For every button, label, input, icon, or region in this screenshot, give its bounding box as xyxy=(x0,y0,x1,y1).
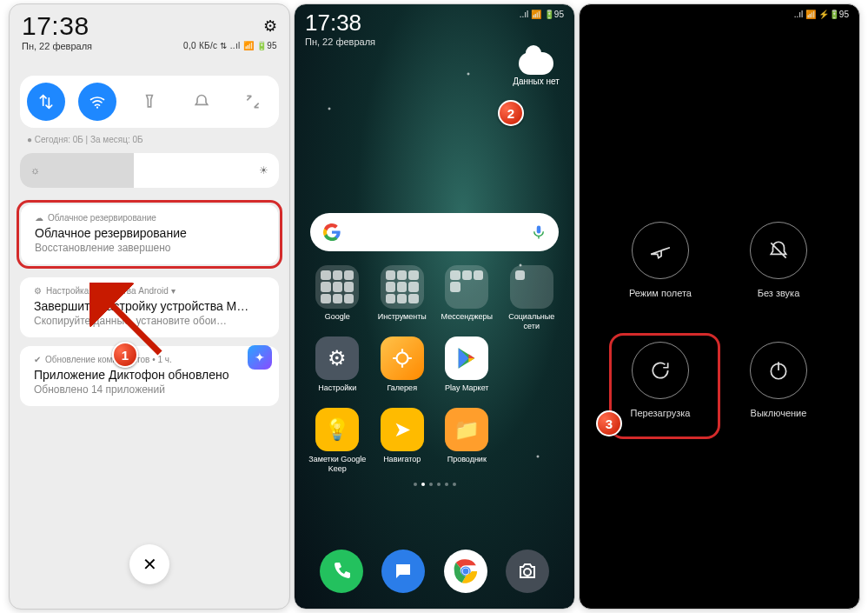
google-g-icon xyxy=(322,223,341,242)
folder-social[interactable]: Социальные сети xyxy=(501,265,563,331)
dock xyxy=(295,550,574,593)
cloud-icon: ☁ xyxy=(35,213,43,223)
sun-high-icon: ☀ xyxy=(259,164,268,177)
data-usage[interactable]: ● Сегодня: 0Б | За месяц: 0Б xyxy=(20,128,279,150)
highlight-reboot xyxy=(609,333,720,439)
bell-off-icon xyxy=(767,239,790,262)
app-play-market[interactable]: Play Маркет xyxy=(436,336,498,403)
airplane-icon xyxy=(649,239,672,262)
notif-body: Обновлено 14 приложений xyxy=(34,383,265,396)
notification-cloud-backup[interactable]: ☁Облачное резервирование Облачное резерв… xyxy=(21,204,278,264)
notif-body: Скопируйте данные, установите обои… xyxy=(34,315,265,327)
status-bar: 17:38 ⚙ Пн, 22 февраля 0,0 КБ/с ⇅ ..ıl 📶… xyxy=(10,4,289,65)
status-date: Пн, 22 февраля xyxy=(22,41,92,51)
power-icon xyxy=(767,359,790,382)
page-indicator xyxy=(295,483,574,486)
toggle-screenshot[interactable] xyxy=(227,76,279,128)
google-search-bar[interactable] xyxy=(310,213,559,251)
app-grid: Google Инструменты Мессенджеры Социальны… xyxy=(307,265,562,474)
power-menu: ..ıl 📶 ⚡🔋95 Режим полета Без звука Перез… xyxy=(579,3,860,610)
option-poweroff[interactable]: Выключение xyxy=(724,342,833,418)
step-badge-2: 2 xyxy=(498,100,524,126)
app-keep[interactable]: 💡Заметки Google Keep xyxy=(307,408,368,474)
dock-chrome[interactable] xyxy=(444,550,487,593)
app-navigator[interactable]: ➤Навигатор xyxy=(372,408,434,474)
notif-body: Восстановление завершено xyxy=(35,242,264,254)
toggle-flashlight[interactable] xyxy=(123,76,176,128)
status-indicators: ..ıl 📶 🔋95 xyxy=(520,10,564,19)
brightness-slider[interactable]: ☼ ☀ xyxy=(20,153,279,188)
toggle-wifi[interactable] xyxy=(72,76,124,128)
status-indicators: ..ıl 📶 ⚡🔋95 xyxy=(580,4,859,24)
svg-rect-1 xyxy=(537,226,541,234)
app-gallery[interactable]: Галерея xyxy=(372,336,434,403)
svg-point-7 xyxy=(524,569,531,576)
cloud-icon xyxy=(519,52,553,75)
highlight-notification: ☁Облачное резервирование Облачное резерв… xyxy=(17,200,282,269)
notif-title: Приложение Диктофон обновлено xyxy=(34,368,265,382)
toggle-data[interactable] xyxy=(20,76,72,128)
quick-toggles xyxy=(20,76,279,128)
notif-title: Облачное резервирование xyxy=(35,226,264,240)
step-badge-1: 1 xyxy=(112,342,138,368)
svg-point-6 xyxy=(462,569,468,575)
option-silent[interactable]: Без звука xyxy=(724,222,833,298)
weather-label: Данных нет xyxy=(513,77,560,86)
app-settings[interactable]: ⚙Настройки xyxy=(307,336,368,403)
app-files[interactable]: 📁Проводник xyxy=(436,408,498,474)
status-date: Пн, 22 февраля xyxy=(305,37,564,47)
step-badge-3: 3 xyxy=(596,410,622,436)
notif-title: Завершите настройку устройства M… xyxy=(34,299,265,313)
toggle-dnd[interactable] xyxy=(176,76,228,128)
folder-google[interactable]: Google xyxy=(307,265,368,331)
home-screen: ..ıl 📶 🔋95 17:38 Пн, 22 февраля Данных н… xyxy=(294,3,575,610)
sun-low-icon: ☼ xyxy=(30,164,40,177)
wand-icon[interactable]: ✦ xyxy=(248,345,272,370)
clear-all-button[interactable]: ✕ xyxy=(129,544,169,584)
folder-messengers[interactable]: Мессенджеры xyxy=(436,265,498,331)
notification-update[interactable]: ✔Обновление компонентов • 1 ч. Приложени… xyxy=(20,346,279,406)
notification-setup[interactable]: ⚙Настройка устройства Android ▾ Завершит… xyxy=(20,277,279,337)
status-indicators: 0,0 КБ/с ⇅ ..ıl 📶 🔋95 xyxy=(183,41,277,50)
app-empty xyxy=(501,336,563,403)
clock: 17:38 xyxy=(22,11,89,41)
settings-icon[interactable]: ⚙ xyxy=(263,17,277,36)
folder-tools[interactable]: Инструменты xyxy=(372,265,434,331)
dock-camera[interactable] xyxy=(506,550,549,593)
check-icon: ✔ xyxy=(34,355,41,364)
svg-point-2 xyxy=(396,353,407,364)
notification-shade: 17:38 ⚙ Пн, 22 февраля 0,0 КБ/с ⇅ ..ıl 📶… xyxy=(9,3,290,610)
dock-phone[interactable] xyxy=(320,550,363,593)
option-airplane[interactable]: Режим полета xyxy=(606,222,715,298)
weather-widget[interactable]: Данных нет xyxy=(510,52,562,86)
gear-icon: ⚙ xyxy=(34,286,42,296)
mic-icon[interactable] xyxy=(531,224,547,240)
svg-point-0 xyxy=(96,107,98,109)
dock-messages[interactable] xyxy=(381,550,425,593)
